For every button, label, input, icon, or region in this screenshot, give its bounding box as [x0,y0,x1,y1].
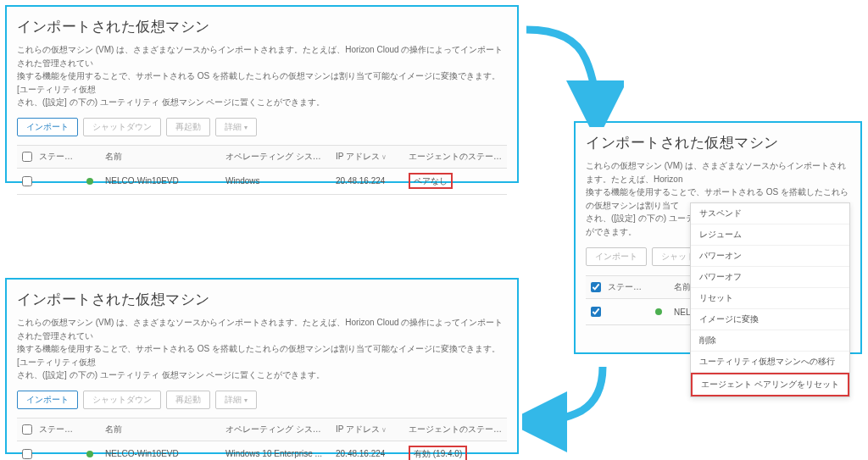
col-status[interactable]: ステー...∨ [36,420,78,439]
table-header: ステー...∨ 名前 オペレーティング システム∨ IP アドレス∨ エージェン… [17,418,507,441]
status-dot-green [86,178,93,185]
description: これらの仮想マシン (VM) は、さまざまなソースからインポートされます。たとえ… [17,43,507,109]
col-ip[interactable]: IP アドレス∨ [332,420,405,439]
col-name[interactable]: 名前 [102,420,222,439]
row-checkbox[interactable] [17,443,36,461]
col-os[interactable]: オペレーティング システム∨ [222,420,332,439]
table-header: ステー...∨ 名前 オペレーティング システム∨ IP アドレス∨ エージェン… [17,146,507,169]
agent-status-paired: 有効 (19.4.0) [409,446,467,460]
table-row[interactable]: NELCO-Win10EVD Windows 20.48.16.224 ペアなし [17,169,507,194]
toolbar: インポート シャットダウン 再起動 詳細▾ [17,118,507,136]
col-name[interactable]: 名前 [102,147,222,166]
menu-reset-pairing[interactable]: エージェント ペアリングをリセット [691,373,849,396]
menu-delete[interactable]: 削除 [691,330,849,352]
row-checkbox[interactable] [586,301,604,323]
shutdown-button[interactable]: シャットダウン [83,391,161,409]
import-button[interactable]: インポート [586,247,647,266]
select-all-checkbox[interactable] [17,146,36,168]
more-dropdown: サスペンド レジューム パワーオン パワーオフ リセット イメージに変換 削除 … [690,202,850,397]
chevron-down-icon: ▾ [244,124,248,131]
status-dot-green [655,308,662,315]
import-button[interactable]: インポート [17,118,78,136]
shutdown-button[interactable]: シャットダウン [83,118,161,136]
menu-suspend[interactable]: サスペンド [691,203,849,224]
col-status[interactable]: ステー...∨ [36,147,78,166]
col-agent[interactable]: エージェントのステータス [405,420,507,439]
table-row[interactable]: NELCO-Win10EVD Windows 10 Enterprise ...… [17,441,507,461]
import-button[interactable]: インポート [17,391,78,409]
restart-button[interactable]: 再起動 [166,118,210,136]
panel-paired: インポートされた仮想マシン これらの仮想マシン (VM) は、さまざまなソースか… [5,278,519,454]
row-checkbox[interactable] [17,170,36,192]
menu-reset[interactable]: リセット [691,288,849,309]
panel-dropdown: インポートされた仮想マシン これらの仮想マシン (VM) は、さまざまなソースか… [574,121,862,354]
menu-poweroff[interactable]: パワーオフ [691,267,849,288]
status-dot-green [86,451,93,457]
menu-move-utility[interactable]: ユーティリティ仮想マシンへの移行 [691,352,849,373]
vm-os: Windows [222,173,332,189]
menu-convert[interactable]: イメージに変換 [691,309,849,330]
more-button[interactable]: 詳細▾ [215,391,257,409]
toolbar: インポート シャットダウン 再起動 詳細▾ [17,391,507,409]
vm-table: ステー...∨ 名前 オペレーティング システム∨ IP アドレス∨ エージェン… [17,145,507,195]
description: これらの仮想マシン (VM) は、さまざまなソースからインポートされます。たとえ… [17,316,507,382]
page-title: インポートされた仮想マシン [17,290,507,309]
menu-resume[interactable]: レジューム [691,224,849,246]
chevron-down-icon: ▾ [244,396,248,404]
flow-arrow-1 [522,8,624,127]
more-button[interactable]: 詳細▾ [215,118,257,136]
select-all-checkbox[interactable] [17,418,36,441]
vm-ip: 20.48.16.224 [332,446,405,460]
flow-arrow-2 [522,364,624,457]
vm-name: NELCO-Win10EVD [102,173,222,189]
col-ip[interactable]: IP アドレス∨ [332,147,405,166]
agent-status-unpaired: ペアなし [409,173,453,189]
restart-button[interactable]: 再起動 [166,391,210,409]
vm-name: NELCO-Win10EVD [102,446,222,460]
vm-os: Windows 10 Enterprise ... [222,446,332,460]
panel-unpaired: インポートされた仮想マシン これらの仮想マシン (VM) は、さまざまなソースか… [5,5,519,183]
col-status[interactable]: ステー...∨ [604,278,647,297]
menu-poweron[interactable]: パワーオン [691,246,849,267]
page-title: インポートされた仮想マシン [17,17,507,36]
select-all-checkbox[interactable] [586,276,604,298]
page-title: インポートされた仮想マシン [586,133,850,152]
vm-ip: 20.48.16.224 [332,173,405,189]
col-os[interactable]: オペレーティング システム∨ [222,147,332,166]
col-agent[interactable]: エージェントのステータス [405,147,507,166]
vm-table: ステー...∨ 名前 オペレーティング システム∨ IP アドレス∨ エージェン… [17,418,507,461]
